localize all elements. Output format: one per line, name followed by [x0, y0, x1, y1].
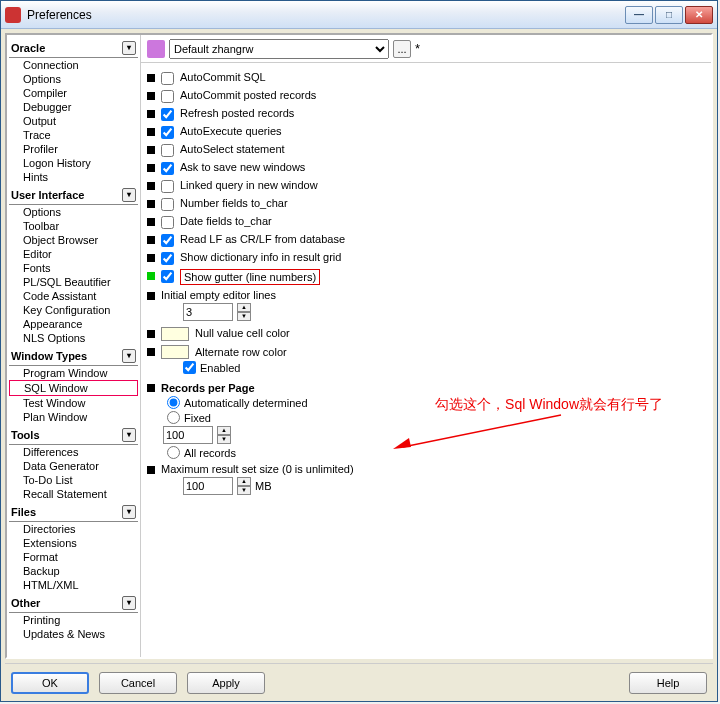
sidebar-item[interactable]: Connection: [9, 58, 138, 72]
checkbox[interactable]: [161, 234, 174, 247]
close-button[interactable]: ✕: [685, 6, 713, 24]
sidebar-item[interactable]: Printing: [9, 613, 138, 627]
setting-label: Linked query in new window: [180, 179, 318, 191]
sidebar-item[interactable]: Extensions: [9, 536, 138, 550]
sidebar-item[interactable]: Test Window: [9, 396, 138, 410]
initial-lines-input[interactable]: [183, 303, 233, 321]
checkbox[interactable]: [161, 72, 174, 85]
sidebar-item[interactable]: Debugger: [9, 100, 138, 114]
checkbox[interactable]: [161, 252, 174, 265]
sidebar-item[interactable]: Profiler: [9, 142, 138, 156]
setting-row: Initial empty editor lines▲▼: [145, 289, 705, 323]
sidebar-item[interactable]: Trace: [9, 128, 138, 142]
sidebar-item[interactable]: Appearance: [9, 317, 138, 331]
apply-button[interactable]: Apply: [187, 672, 265, 694]
sidebar-item[interactable]: Updates & News: [9, 627, 138, 641]
sidebar-item[interactable]: Options: [9, 205, 138, 219]
setting-label: Ask to save new windows: [180, 161, 305, 173]
collapse-icon[interactable]: ▾: [122, 428, 136, 442]
sidebar-item[interactable]: Differences: [9, 445, 138, 459]
sidebar-item[interactable]: Directories: [9, 522, 138, 536]
collapse-icon[interactable]: ▾: [122, 505, 136, 519]
sidebar-item[interactable]: SQL Window: [9, 380, 138, 396]
sidebar-item[interactable]: Key Configuration: [9, 303, 138, 317]
category-header[interactable]: Files▾: [9, 503, 138, 522]
enabled-checkbox[interactable]: [183, 361, 196, 374]
checkbox[interactable]: [161, 198, 174, 211]
setting-row: Alternate row color Enabled: [145, 345, 705, 376]
sidebar-item[interactable]: Hints: [9, 170, 138, 184]
sidebar-item[interactable]: Compiler: [9, 86, 138, 100]
section-header: Records per Page: [147, 382, 705, 394]
bullet-icon: [147, 254, 155, 262]
fixed-value-input[interactable]: [163, 426, 213, 444]
sidebar-item[interactable]: Plan Window: [9, 410, 138, 424]
collapse-icon[interactable]: ▾: [122, 188, 136, 202]
preset-browse-button[interactable]: ...: [393, 40, 411, 58]
sidebar-item[interactable]: Toolbar: [9, 219, 138, 233]
radio-row: Fixed: [167, 411, 705, 424]
cancel-button[interactable]: Cancel: [99, 672, 177, 694]
radio-label: All records: [184, 447, 236, 459]
checkbox[interactable]: [161, 162, 174, 175]
checkbox[interactable]: [161, 126, 174, 139]
ok-button[interactable]: OK: [11, 672, 89, 694]
preset-toolbar: Default zhangrw ... *: [141, 35, 711, 63]
sidebar-item[interactable]: Format: [9, 550, 138, 564]
content-pane: Default zhangrw ... * AutoCommit SQL Aut…: [141, 35, 711, 657]
stepper[interactable]: ▲▼: [237, 477, 251, 495]
bullet-icon: [147, 292, 155, 300]
stepper[interactable]: ▲▼: [217, 426, 231, 444]
stepper[interactable]: ▲▼: [237, 303, 251, 321]
checkbox[interactable]: [161, 270, 174, 283]
sidebar-item[interactable]: Backup: [9, 564, 138, 578]
help-button[interactable]: Help: [629, 672, 707, 694]
sidebar-item[interactable]: Data Generator: [9, 459, 138, 473]
category-header[interactable]: User Interface▾: [9, 186, 138, 205]
category-header[interactable]: Window Types▾: [9, 347, 138, 366]
sidebar-item[interactable]: PL/SQL Beautifier: [9, 275, 138, 289]
checkbox[interactable]: [161, 180, 174, 193]
maximize-button[interactable]: □: [655, 6, 683, 24]
sidebar-item[interactable]: NLS Options: [9, 331, 138, 345]
collapse-icon[interactable]: ▾: [122, 349, 136, 363]
sidebar-item[interactable]: Fonts: [9, 261, 138, 275]
collapse-icon[interactable]: ▾: [122, 41, 136, 55]
sidebar-item[interactable]: To-Do List: [9, 473, 138, 487]
sidebar-item[interactable]: HTML/XML: [9, 578, 138, 592]
radio-row: All records: [167, 446, 705, 459]
setting-label: AutoCommit posted records: [180, 89, 316, 101]
maxresult-input[interactable]: [183, 477, 233, 495]
checkbox[interactable]: [161, 90, 174, 103]
setting-row: Date fields to_char: [145, 215, 705, 229]
setting-label: Null value cell color: [195, 327, 290, 339]
collapse-icon[interactable]: ▾: [122, 596, 136, 610]
sidebar-item[interactable]: Options: [9, 72, 138, 86]
sidebar-item[interactable]: Editor: [9, 247, 138, 261]
radio[interactable]: [167, 396, 180, 409]
category-header[interactable]: Oracle▾: [9, 39, 138, 58]
altrow-color-swatch[interactable]: [161, 345, 189, 359]
app-icon: [5, 7, 21, 23]
radio[interactable]: [167, 411, 180, 424]
checkbox[interactable]: [161, 144, 174, 157]
minimize-button[interactable]: —: [625, 6, 653, 24]
titlebar: Preferences — □ ✕: [1, 1, 717, 29]
radio[interactable]: [167, 446, 180, 459]
sidebar-item[interactable]: Output: [9, 114, 138, 128]
settings-area: AutoCommit SQL AutoCommit posted records…: [141, 63, 711, 657]
preset-select[interactable]: Default zhangrw: [169, 39, 389, 59]
category-sidebar[interactable]: Oracle▾ConnectionOptionsCompilerDebugger…: [7, 35, 141, 657]
checkbox[interactable]: [161, 216, 174, 229]
sidebar-item[interactable]: Code Assistant: [9, 289, 138, 303]
sidebar-item[interactable]: Program Window: [9, 366, 138, 380]
bullet-icon: [147, 348, 155, 356]
sidebar-item[interactable]: Logon History: [9, 156, 138, 170]
category-header[interactable]: Tools▾: [9, 426, 138, 445]
sidebar-item[interactable]: Object Browser: [9, 233, 138, 247]
null-color-swatch[interactable]: [161, 327, 189, 341]
checkbox[interactable]: [161, 108, 174, 121]
sidebar-item[interactable]: Recall Statement: [9, 487, 138, 501]
category-header[interactable]: Other▾: [9, 594, 138, 613]
bullet-icon: [147, 128, 155, 136]
